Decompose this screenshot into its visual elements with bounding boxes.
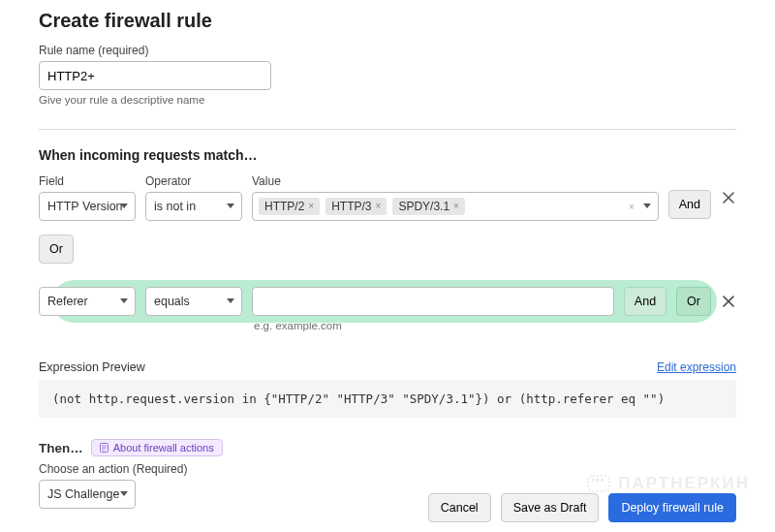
operator-select-row1-value: is not in	[154, 200, 196, 213]
column-value-label: Value	[252, 174, 659, 188]
value-tag-label: SPDY/3.1	[398, 200, 450, 213]
chevron-down-icon	[642, 202, 652, 211]
action-select-value: JS Challenge	[47, 487, 119, 501]
rule-name-hint: Give your rule a descriptive name	[39, 94, 736, 106]
divider	[39, 129, 736, 130]
operator-select-row2-value: equals	[154, 295, 190, 308]
value-tag-label: HTTP/3	[331, 200, 371, 213]
and-button-row1[interactable]: And	[668, 190, 711, 219]
match-heading: When incoming requests match…	[39, 147, 736, 163]
operator-select-row1[interactable]: is not in	[145, 192, 242, 221]
chevron-down-icon	[226, 297, 235, 306]
chevron-down-icon	[119, 297, 129, 306]
chat-bubble-icon	[587, 475, 610, 492]
value-multiselect-row1[interactable]: HTTP/2 × HTTP/3 × SPDY/3.1 × ×	[252, 192, 659, 221]
about-firewall-actions-link[interactable]: About firewall actions	[91, 439, 223, 456]
cancel-button[interactable]: Cancel	[428, 493, 491, 522]
value-tag[interactable]: HTTP/2 ×	[259, 198, 320, 215]
close-icon[interactable]: ×	[453, 202, 459, 211]
field-select-row2[interactable]: Referer	[39, 287, 136, 316]
value-tag[interactable]: SPDY/3.1 ×	[392, 198, 465, 215]
value-input-row2[interactable]	[252, 287, 614, 316]
or-button-row2[interactable]: Or	[676, 287, 711, 316]
delete-row-icon[interactable]	[721, 294, 736, 309]
column-operator-label: Operator	[145, 174, 242, 188]
operator-select-row2[interactable]: equals	[145, 287, 242, 316]
rule-name-input[interactable]	[39, 61, 271, 90]
field-select-row1-value: HTTP Version	[47, 200, 123, 213]
action-select[interactable]: JS Challenge	[39, 480, 136, 509]
and-button-row2[interactable]: And	[624, 287, 666, 316]
column-field-label: Field	[39, 174, 136, 188]
value-tag[interactable]: HTTP/3 ×	[326, 198, 387, 215]
document-icon	[100, 443, 109, 453]
expression-preview-label: Expression Preview	[39, 360, 145, 374]
expression-preview-code: (not http.request.version in {"HTTP/2" "…	[39, 380, 736, 418]
close-icon[interactable]: ×	[376, 202, 382, 211]
delete-row-icon[interactable]	[721, 190, 736, 205]
watermark-text: ПАРТНЕРКИН	[618, 474, 750, 493]
save-as-draft-button[interactable]: Save as Draft	[501, 493, 600, 522]
clear-all-icon[interactable]: ×	[629, 202, 635, 212]
field-select-row1[interactable]: HTTP Version	[39, 192, 136, 221]
chevron-down-icon	[226, 202, 235, 211]
rule-name-label: Rule name (required)	[39, 44, 736, 57]
value-tag-label: HTTP/2	[264, 200, 304, 213]
choose-action-label: Choose an action (Required)	[39, 462, 736, 476]
or-separator-button[interactable]: Or	[39, 235, 74, 264]
about-firewall-actions-label: About firewall actions	[113, 442, 214, 454]
deploy-button[interactable]: Deploy firewall rule	[608, 493, 736, 522]
field-select-row2-value: Referer	[47, 295, 88, 308]
chevron-down-icon	[119, 489, 129, 499]
close-icon[interactable]: ×	[308, 202, 314, 211]
then-heading: Then…	[39, 441, 83, 455]
page-title: Create firewall rule	[39, 10, 736, 32]
watermark: ПАРТНЕРКИН	[587, 474, 750, 493]
edit-expression-link[interactable]: Edit expression	[657, 360, 736, 374]
chevron-down-icon	[119, 202, 129, 211]
